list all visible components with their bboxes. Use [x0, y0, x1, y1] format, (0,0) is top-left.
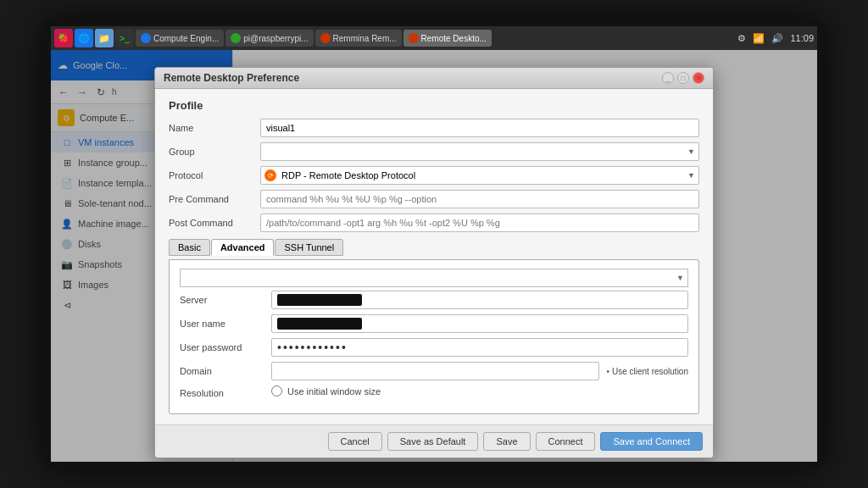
- volume-icon: 🔊: [771, 33, 783, 44]
- post-command-row: Post Command: [169, 214, 699, 232]
- dialog-overlay: Remote Desktop Preference _ □ ✕ Profile …: [51, 50, 817, 462]
- name-label: Name: [169, 123, 253, 133]
- server-label: Server: [180, 295, 264, 305]
- cancel-button[interactable]: Cancel: [328, 432, 382, 451]
- password-label: User password: [180, 342, 264, 352]
- tab-remote-desktop[interactable]: Remote Deskto...: [403, 30, 492, 47]
- domain-row: Domain • Use client resolution: [180, 362, 688, 380]
- profile-section-title: Profile: [169, 99, 699, 112]
- password-row: User password ••••••••••••: [180, 338, 688, 357]
- username-value-redacted: [277, 318, 362, 330]
- server-row: Server: [180, 291, 688, 309]
- dialog-controls: _ □ ✕: [662, 72, 704, 84]
- password-value: ••••••••••••: [277, 341, 348, 354]
- raspberry-pi-icon[interactable]: 🍓: [54, 29, 73, 47]
- resolution-options: Use initial window size: [271, 385, 688, 400]
- rdp-icon: ⟳: [264, 169, 276, 181]
- dialog-footer: Cancel Save as Default Save Connect Save…: [155, 424, 713, 458]
- connect-button[interactable]: Connect: [536, 432, 596, 451]
- dialog-title: Remote Desktop Preference: [164, 72, 299, 84]
- protocol-select[interactable]: ⟳ RDP - Remote Desktop Protocol ▼: [260, 166, 699, 185]
- wifi-icon: 📶: [753, 33, 765, 44]
- protocol-row: Protocol ⟳ RDP - Remote Desktop Protocol…: [169, 166, 699, 185]
- group-row: Group ▼: [169, 142, 699, 161]
- post-command-label: Post Command: [169, 218, 253, 228]
- remote-desktop-dialog: Remote Desktop Preference _ □ ✕ Profile …: [154, 67, 714, 458]
- minimize-button[interactable]: _: [662, 72, 674, 84]
- clock: 11:09: [790, 33, 814, 43]
- close-button[interactable]: ✕: [693, 72, 704, 84]
- pre-command-input[interactable]: [260, 190, 699, 208]
- tabs-bar: Basic Advanced SSH Tunnel: [169, 239, 699, 256]
- server-dropdown-chevron: ▼: [676, 274, 684, 282]
- taskbar: 🍓 🌐 📁 >_ Compute Engin... pi@raspberrypi…: [51, 26, 817, 50]
- taskbar-right: ⚙ 📶 🔊 11:09: [737, 33, 814, 44]
- bluetooth-icon: ⚙: [737, 33, 746, 44]
- dialog-body: Profile Name Group ▼: [155, 89, 713, 424]
- tab-content: ▼ Server: [169, 259, 699, 414]
- tab-terminal[interactable]: pi@raspberrypi...: [225, 30, 313, 47]
- group-select[interactable]: ▼: [260, 142, 699, 161]
- name-input[interactable]: [260, 119, 699, 137]
- client-resolution-dot: •: [606, 367, 609, 376]
- save-button[interactable]: Save: [483, 432, 530, 451]
- maximize-button[interactable]: □: [677, 72, 689, 84]
- terminal-icon[interactable]: >_: [115, 29, 134, 47]
- domain-input[interactable]: [271, 362, 599, 380]
- save-as-default-button[interactable]: Save as Default: [387, 432, 479, 451]
- name-row: Name: [169, 119, 699, 137]
- tab-basic[interactable]: Basic: [169, 239, 210, 256]
- domain-label: Domain: [180, 366, 264, 376]
- pre-command-label: Pre Command: [169, 194, 253, 204]
- client-resolution-label: Use client resolution: [612, 367, 688, 376]
- chevron-down-icon: ▼: [687, 171, 695, 180]
- server-value-redacted: [277, 294, 362, 306]
- tab-compute-engine[interactable]: Compute Engin...: [136, 30, 224, 47]
- tab-remmina[interactable]: Remmina Rem...: [315, 30, 402, 47]
- resolution-label: Resolution: [180, 388, 264, 398]
- resolution-row: Resolution Use initial window size: [180, 385, 688, 400]
- server-dropdown-row: ▼: [180, 269, 688, 287]
- tab-ssh-tunnel[interactable]: SSH Tunnel: [275, 239, 343, 256]
- pre-command-row: Pre Command: [169, 190, 699, 208]
- initial-window-size-option[interactable]: Use initial window size: [271, 385, 381, 396]
- protocol-label: Protocol: [169, 170, 253, 180]
- initial-window-size-radio[interactable]: [271, 385, 282, 396]
- file-manager-icon[interactable]: 📁: [95, 29, 114, 47]
- chevron-down-icon: ▼: [687, 147, 695, 156]
- group-label: Group: [169, 147, 253, 157]
- tab-advanced[interactable]: Advanced: [211, 239, 275, 256]
- username-label: User name: [180, 319, 264, 329]
- post-command-input[interactable]: [260, 214, 699, 232]
- main-area: ☁ Google Clo... ← → ↻ h ⚙ Compute E... □…: [51, 50, 817, 462]
- save-and-connect-button[interactable]: Save and Connect: [600, 432, 703, 451]
- browser-icon[interactable]: 🌐: [75, 29, 93, 47]
- username-row: User name: [180, 314, 688, 333]
- dialog-titlebar: Remote Desktop Preference _ □ ✕: [155, 68, 713, 89]
- protocol-value: ⟳ RDP - Remote Desktop Protocol: [264, 169, 687, 181]
